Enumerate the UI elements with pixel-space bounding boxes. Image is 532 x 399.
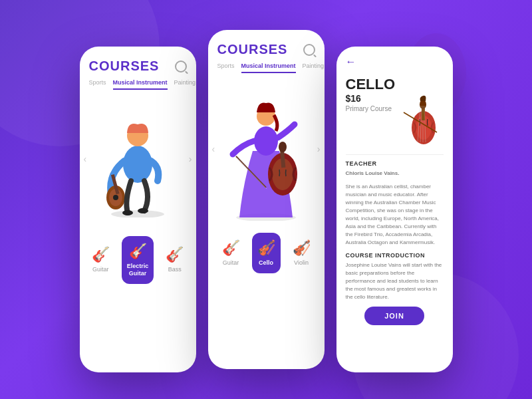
course-card-cello[interactable]: 🎻 Cello — [252, 233, 281, 273]
divider-1 — [346, 154, 444, 155]
back-button[interactable]: ← — [346, 56, 444, 68]
phones-container: COURSES Sports Musical Instrument Painti… — [80, 27, 453, 372]
svg-point-1 — [123, 146, 152, 183]
electric-guitar-icon: 🎸 — [129, 243, 147, 260]
cello-player-svg — [216, 78, 316, 221]
phone1-tabs: Sports Musical Instrument Painting — [80, 79, 196, 90]
phone-1: COURSES Sports Musical Instrument Painti… — [80, 47, 196, 372]
detail-screen: ← CELLO $16 Primary Course — [336, 47, 453, 334]
detail-top-section: CELLO $16 Primary Course — [346, 76, 444, 149]
svg-point-15 — [279, 142, 287, 152]
tab-musical-2[interactable]: Musical Instrument — [241, 63, 296, 73]
course-label-violin: Violin — [294, 259, 309, 267]
svg-point-5 — [113, 195, 118, 200]
course-card-bass[interactable]: 🎸 Bass — [160, 236, 189, 284]
nav-right-phone1[interactable]: › — [189, 154, 192, 164]
phone2-title: COURSES — [217, 42, 288, 57]
cello-icon: 🎻 — [257, 239, 275, 257]
teacher-bio: She is an Australian cellist, chamber mu… — [346, 183, 444, 247]
search-icon-phone1[interactable] — [175, 61, 187, 72]
phone2-course-cards: 🎸 Guitar 🎻 Cello 🎻 Violin — [208, 227, 325, 279]
search-icon-phone2[interactable] — [303, 44, 315, 56]
phone-3: ← CELLO $16 Primary Course — [336, 47, 453, 372]
guitar-player-svg — [94, 101, 181, 217]
nav-right-phone2[interactable]: › — [317, 144, 321, 154]
nav-left-phone2[interactable]: ‹ — [212, 144, 215, 154]
course-card-violin[interactable]: 🎻 Violin — [287, 233, 316, 273]
course-label-electric: Electric Guitar — [127, 263, 149, 277]
guitar-icon-1: 🎸 — [92, 246, 110, 263]
nav-left-phone1[interactable]: ‹ — [84, 154, 87, 164]
phone1-header: COURSES — [80, 47, 196, 79]
level-label: Primary Course — [346, 105, 396, 112]
guitar-icon-2: 🎸 — [222, 239, 240, 257]
tab-painting-2[interactable]: Painting — [303, 63, 325, 73]
teacher-section-title: TEACHER — [346, 160, 444, 167]
violin-icon: 🎻 — [293, 239, 311, 257]
course-card-electric-guitar[interactable]: 🎸 Electric Guitar — [122, 236, 154, 284]
tab-sports-2[interactable]: Sports — [217, 63, 235, 73]
course-label-cello: Cello — [259, 259, 273, 267]
instrument-title: CELLO — [346, 76, 396, 93]
svg-point-0 — [111, 210, 164, 217]
svg-point-8 — [138, 208, 148, 213]
course-label-bass: Bass — [168, 266, 182, 273]
phone1-illustration: ‹ — [80, 92, 196, 225]
phone2-illustration: ‹ — [208, 76, 325, 222]
phone1-course-cards: 🎸 Guitar 🎸 Electric Guitar 🎸 Bass — [80, 231, 196, 289]
tab-sports-1[interactable]: Sports — [89, 79, 106, 90]
course-label-guitar2: Guitar — [223, 259, 239, 267]
bass-icon: 🎸 — [166, 246, 184, 263]
course-card-guitar-inactive[interactable]: 🎸 Guitar — [86, 236, 115, 284]
phone1-title: COURSES — [89, 59, 160, 74]
phone-2: COURSES Sports Musical Instrument Painti… — [208, 30, 325, 369]
tab-musical-1[interactable]: Musical Instrument — [113, 79, 168, 90]
svg-point-7 — [122, 210, 133, 215]
detail-title-group: CELLO $16 Primary Course — [346, 76, 396, 119]
detail-cello-svg — [400, 76, 444, 149]
phone2-header: COURSES — [208, 30, 325, 63]
course-label-guitar1: Guitar — [92, 266, 109, 273]
tab-painting-1[interactable]: Painting — [174, 79, 196, 90]
teacher-name: Chloris Louise Vains. — [346, 170, 444, 178]
price-label: $16 — [346, 93, 396, 104]
intro-text: Josephine Louise Vains will start with t… — [346, 261, 444, 301]
phone3-wrapper: ← CELLO $16 Primary Course — [336, 27, 453, 372]
phone2-tabs: Sports Musical Instrument Painting — [208, 63, 325, 73]
svg-point-10 — [254, 126, 278, 156]
intro-section-title: COURSE INTRODUCTION — [346, 252, 444, 259]
course-card-guitar-2[interactable]: 🎸 Guitar — [217, 233, 245, 273]
join-button[interactable]: JOIN — [364, 307, 424, 325]
